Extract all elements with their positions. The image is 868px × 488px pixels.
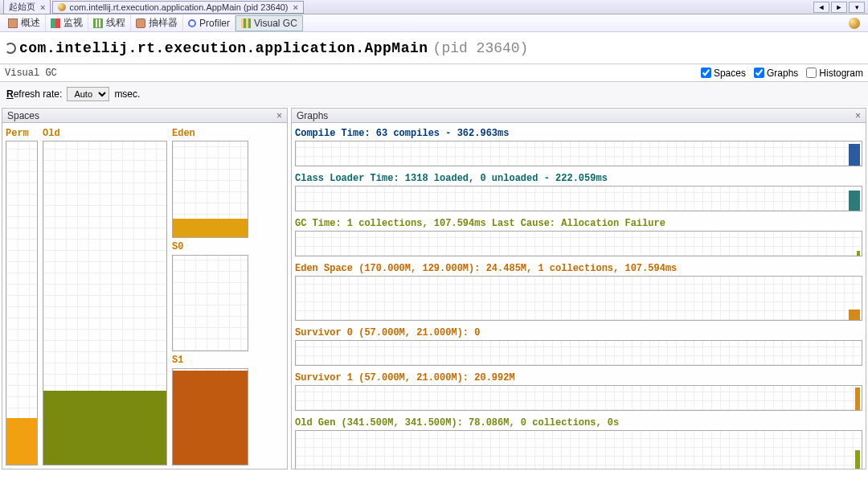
s1-chart xyxy=(172,368,248,465)
view-tabs: 概述 监视 线程 抽样器 Profiler Visual GC xyxy=(0,14,868,32)
close-icon[interactable]: × xyxy=(293,2,298,12)
window-tabs: 起始页 × com.intellij.rt.execution.applicat… xyxy=(0,0,868,14)
graph-s0-title: Survivor 0 (57.000M, 21.000M): 0 xyxy=(295,326,862,340)
graphs-panel: Graphs × Compile Time: 63 compiles - 362… xyxy=(291,108,866,470)
tab-sampler[interactable]: 抽样器 xyxy=(131,14,183,31)
tab-overview[interactable]: 概述 xyxy=(3,14,46,31)
spaces-body: Perm Old Eden S0 S1 xyxy=(2,123,287,469)
perm-chart xyxy=(6,141,38,465)
s1-label: S1 xyxy=(172,355,248,366)
window-controls: ◄ ► ▾ xyxy=(813,2,865,13)
eden-label: Eden xyxy=(172,126,248,141)
tab-app[interactable]: com.intellij.rt.execution.application.Ap… xyxy=(52,1,304,14)
close-icon[interactable]: × xyxy=(276,110,282,121)
graph-gctime-title: GC Time: 1 collections, 107.594ms Last C… xyxy=(295,216,862,231)
threads-icon xyxy=(93,18,103,28)
perm-fill xyxy=(6,418,37,465)
page-title-row: com.intellij.rt.execution.application.Ap… xyxy=(0,32,868,64)
monitor-icon xyxy=(51,18,60,28)
graph-compile-title: Compile Time: 63 compiles - 362.963ms xyxy=(295,126,862,141)
graph-s1: Survivor 1 (57.000M, 21.000M): 20.992M xyxy=(295,371,862,411)
overview-icon xyxy=(8,18,18,28)
tab-threads[interactable]: 线程 xyxy=(88,14,131,31)
tab-visualgc[interactable]: Visual GC xyxy=(235,15,303,31)
old-fill xyxy=(43,391,166,465)
sampler-icon xyxy=(136,18,145,28)
graph-classloader-title: Class Loader Time: 1318 loaded, 0 unload… xyxy=(295,171,862,186)
graph-compile-strip xyxy=(295,141,862,166)
checkbox-graphs[interactable]: Graphs xyxy=(754,68,798,79)
refresh-unit: msec. xyxy=(114,88,140,100)
subbar-label: Visual GC xyxy=(5,68,57,79)
tab-app-label: com.intellij.rt.execution.application.Ap… xyxy=(69,2,288,12)
visualgc-icon xyxy=(241,18,251,28)
graph-s0: Survivor 0 (57.000M, 21.000M): 0 xyxy=(295,326,862,366)
graph-classloader: Class Loader Time: 1318 loaded, 0 unload… xyxy=(295,171,862,211)
graph-oldgen: Old Gen (341.500M, 341.500M): 78.086M, 0… xyxy=(295,416,862,469)
graphs-body: Compile Time: 63 compiles - 362.963ms Cl… xyxy=(292,123,866,469)
page-title-pid: (pid 23640) xyxy=(433,40,529,56)
graph-eden: Eden Space (170.000M, 129.000M): 24.485M… xyxy=(295,261,862,321)
tab-start-label: 起始页 xyxy=(9,1,35,13)
checkbox-histogram[interactable]: Histogram xyxy=(806,68,863,79)
space-right-col: Eden S0 S1 xyxy=(172,126,248,465)
java-icon xyxy=(58,3,66,11)
s0-chart xyxy=(172,255,248,352)
sub-bar: Visual GC Spaces Graphs Histogram xyxy=(0,64,868,82)
refresh-label: Refresh rate: xyxy=(6,88,62,100)
tab-profiler[interactable]: Profiler xyxy=(183,16,235,31)
main-area: Spaces × Perm Old Eden xyxy=(0,106,868,471)
graph-eden-title: Eden Space (170.000M, 129.000M): 24.485M… xyxy=(295,261,862,276)
old-chart xyxy=(43,141,167,465)
graph-eden-strip xyxy=(295,276,862,321)
s1-fill xyxy=(173,371,248,465)
close-icon[interactable]: × xyxy=(40,2,45,12)
graph-classloader-strip xyxy=(295,186,862,211)
close-icon[interactable]: × xyxy=(855,110,861,121)
graph-oldgen-title: Old Gen (341.500M, 341.500M): 78.086M, 0… xyxy=(295,416,862,430)
graph-s0-strip xyxy=(295,340,862,366)
space-perm-col: Perm xyxy=(6,126,38,465)
page-title: com.intellij.rt.execution.application.Ap… xyxy=(19,40,428,56)
space-old-col: Old xyxy=(43,126,167,465)
graph-gctime: GC Time: 1 collections, 107.594ms Last C… xyxy=(295,216,862,256)
next-button[interactable]: ► xyxy=(831,2,847,13)
spaces-header: Spaces × xyxy=(2,109,287,123)
graph-oldgen-strip xyxy=(295,430,862,469)
perm-label: Perm xyxy=(6,126,38,141)
dropdown-button[interactable]: ▾ xyxy=(849,2,865,13)
spaces-panel: Spaces × Perm Old Eden xyxy=(2,108,288,470)
eden-fill xyxy=(173,219,248,237)
tab-monitor[interactable]: 监视 xyxy=(46,14,88,31)
graph-gctime-strip xyxy=(295,231,862,256)
refresh-icon[interactable] xyxy=(5,43,16,54)
tab-start-page[interactable]: 起始页 × xyxy=(3,0,51,14)
refresh-rate-select[interactable]: Auto xyxy=(67,87,109,101)
graph-s1-title: Survivor 1 (57.000M, 21.000M): 20.992M xyxy=(295,371,862,385)
checkbox-spaces[interactable]: Spaces xyxy=(701,68,746,79)
graphs-header: Graphs × xyxy=(292,109,866,123)
refresh-rate-row: Refresh rate: Auto msec. xyxy=(0,82,868,106)
s0-label: S0 xyxy=(172,241,248,252)
graph-s1-strip xyxy=(295,385,862,411)
java-cup-icon xyxy=(849,18,860,29)
old-label: Old xyxy=(43,126,167,141)
eden-chart xyxy=(172,141,248,238)
graph-compile: Compile Time: 63 compiles - 362.963ms xyxy=(295,126,862,166)
prev-button[interactable]: ◄ xyxy=(813,2,829,13)
profiler-icon xyxy=(188,19,196,27)
